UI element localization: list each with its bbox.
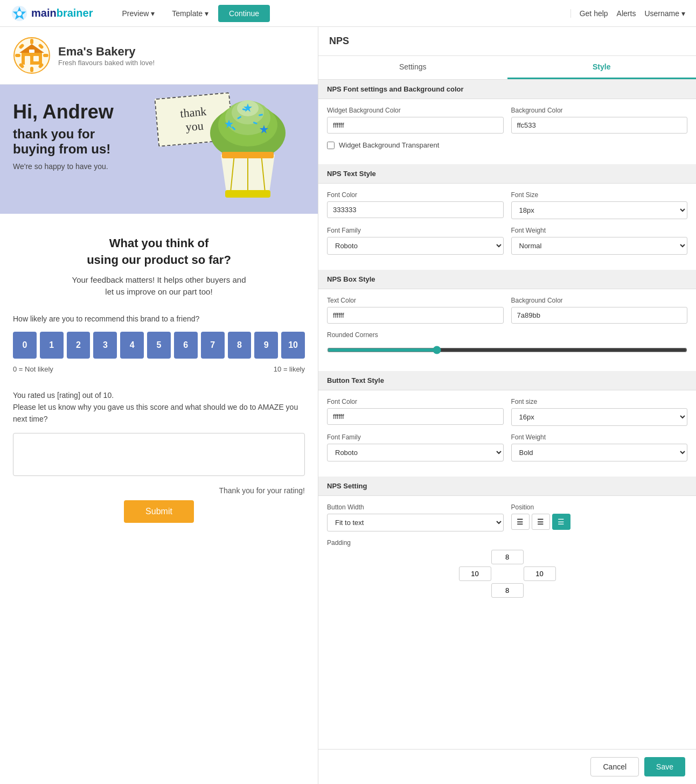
nps-feedback-text: You rated us [rating] out of 10. Please … bbox=[13, 389, 305, 425]
btn-font-weight-label: Font Weight bbox=[511, 433, 688, 441]
btn-font-color-input[interactable] bbox=[327, 408, 504, 425]
btn-font-size-select[interactable]: 12px 14px 16px 18px bbox=[511, 408, 688, 426]
chevron-down-icon: ▾ bbox=[205, 9, 208, 18]
tab-settings[interactable]: Settings bbox=[318, 56, 507, 79]
text-font-family-select[interactable]: Roboto Arial Georgia bbox=[327, 237, 504, 255]
text-font-size-group: Font Size 12px 14px 16px 18px 20px bbox=[511, 191, 688, 219]
transparent-checkbox[interactable] bbox=[327, 142, 335, 149]
box-text-color-group: Text Color bbox=[327, 297, 504, 324]
cancel-button[interactable]: Cancel bbox=[590, 757, 639, 776]
padding-left-input[interactable] bbox=[459, 566, 491, 581]
position-label: Position bbox=[511, 503, 688, 511]
box-style-header: NPS Box Style bbox=[318, 270, 696, 289]
padding-right-input[interactable] bbox=[524, 566, 556, 581]
position-right-btn[interactable]: ☰ bbox=[552, 514, 570, 530]
widget-bg-group: Widget Background Color bbox=[327, 107, 504, 134]
box-style-body: Text Color Background Color Rounded Corn… bbox=[318, 289, 696, 371]
text-style-header: NPS Text Style bbox=[318, 164, 696, 184]
rounded-corners-slider[interactable] bbox=[327, 346, 687, 354]
btn-font-family-select[interactable]: Roboto Arial bbox=[327, 444, 504, 461]
rounded-corners-group: Rounded Corners bbox=[327, 331, 687, 363]
box-text-color-input[interactable] bbox=[327, 307, 504, 324]
bakery-logo-icon bbox=[13, 37, 51, 74]
svg-rect-13 bbox=[25, 56, 30, 65]
continue-button[interactable]: Continue bbox=[218, 5, 270, 22]
btn-width-select[interactable]: Fit to text Fixed Full width bbox=[327, 514, 504, 531]
chevron-down-icon: ▾ bbox=[151, 9, 155, 18]
widget-bg-label: Widget Background Color bbox=[327, 107, 504, 114]
nps-btn-1[interactable]: 1 bbox=[40, 332, 64, 359]
nps-survey-section: What you think ofusing our product so fa… bbox=[0, 214, 318, 539]
nps-btn-0[interactable]: 0 bbox=[13, 332, 37, 359]
username-menu[interactable]: Username ▾ bbox=[644, 9, 685, 18]
svg-rect-14 bbox=[33, 56, 39, 61]
box-text-color-label: Text Color bbox=[327, 297, 504, 304]
save-button[interactable]: Save bbox=[644, 757, 685, 776]
get-help-link[interactable]: Get help bbox=[580, 9, 608, 18]
style-settings-panel: NPS Font settings and Background color W… bbox=[318, 80, 696, 749]
thank-you-section: Hi, Andrew thank you for buying from us!… bbox=[0, 85, 318, 214]
box-bg-color-label: Background Color bbox=[511, 297, 688, 304]
text-font-weight-select[interactable]: Normal Bold Light bbox=[511, 237, 688, 255]
nps-btn-2[interactable]: 2 bbox=[67, 332, 91, 359]
nps-label-right: 10 = likely bbox=[274, 365, 305, 373]
text-font-family-group: Font Family Roboto Arial Georgia bbox=[327, 227, 504, 255]
nps-labels: 0 = Not likely 10 = likely bbox=[13, 365, 305, 373]
nps-btn-9[interactable]: 9 bbox=[254, 332, 278, 359]
nps-btn-7[interactable]: 7 bbox=[201, 332, 225, 359]
btn-width-group: Button Width Fit to text Fixed Full widt… bbox=[327, 503, 504, 531]
text-style-row1: Font Color Font Size 12px 14px 16px 18px… bbox=[327, 191, 687, 219]
svg-rect-16 bbox=[29, 50, 34, 53]
btn-font-family-group: Font Family Roboto Arial bbox=[327, 433, 504, 461]
widget-bg-input[interactable] bbox=[327, 117, 504, 134]
padding-sides-row bbox=[459, 566, 556, 581]
padding-top-input[interactable] bbox=[491, 550, 524, 564]
btn-font-weight-select[interactable]: Normal Bold bbox=[511, 444, 688, 461]
nps-btn-4[interactable]: 4 bbox=[120, 332, 144, 359]
nps-question-text: How likely are you to recommend this bra… bbox=[13, 314, 305, 323]
nps-btn-10[interactable]: 10 bbox=[281, 332, 305, 359]
svg-rect-4 bbox=[30, 39, 33, 44]
nps-btn-5[interactable]: 5 bbox=[147, 332, 171, 359]
rounded-corners-slider-container bbox=[327, 341, 687, 363]
text-font-color-input[interactable] bbox=[327, 201, 504, 218]
svg-rect-6 bbox=[15, 54, 20, 57]
logo[interactable]: mainbrainer bbox=[11, 5, 93, 22]
transparent-label: Widget Background Transparent bbox=[339, 141, 439, 149]
nav-preview[interactable]: Preview ▾ bbox=[115, 6, 163, 21]
nav-template[interactable]: Template ▾ bbox=[164, 6, 216, 21]
cupcake-image bbox=[194, 85, 312, 214]
padding-bottom-row bbox=[491, 583, 524, 598]
widget-bg-row: Widget Background Color Background Color bbox=[327, 107, 687, 134]
btn-font-color-label: Font Color bbox=[327, 398, 504, 405]
text-font-family-label: Font Family bbox=[327, 227, 504, 234]
submit-button[interactable]: Submit bbox=[124, 500, 194, 523]
text-font-weight-group: Font Weight Normal Bold Light bbox=[511, 227, 688, 255]
box-bg-color-input[interactable] bbox=[511, 307, 688, 324]
svg-rect-7 bbox=[43, 54, 48, 57]
text-style-body: Font Color Font Size 12px 14px 16px 18px… bbox=[318, 184, 696, 270]
svg-rect-5 bbox=[30, 67, 33, 72]
nps-feedback-input[interactable] bbox=[13, 433, 305, 476]
right-panel: NPS Settings Style NPS Font settings and… bbox=[318, 27, 696, 784]
position-center-btn[interactable]: ☰ bbox=[532, 514, 550, 530]
bg-color-input[interactable] bbox=[511, 117, 688, 134]
tab-style[interactable]: Style bbox=[507, 56, 697, 79]
nps-buttons-row: 0 1 2 3 4 5 6 7 8 9 10 bbox=[13, 332, 305, 359]
nps-btn-6[interactable]: 6 bbox=[174, 332, 198, 359]
rounded-corners-label: Rounded Corners bbox=[327, 331, 687, 339]
nav-right: Get help Alerts Username ▾ bbox=[570, 9, 685, 18]
bakery-header: Ema's Bakery Fresh flavours baked with l… bbox=[0, 27, 318, 85]
alerts-link[interactable]: Alerts bbox=[617, 9, 636, 18]
nav-links: Preview ▾ Template ▾ Continue bbox=[115, 5, 560, 22]
transparent-checkbox-row: Widget Background Transparent bbox=[327, 141, 687, 149]
padding-bottom-input[interactable] bbox=[491, 583, 524, 598]
position-left-btn[interactable]: ☰ bbox=[511, 514, 530, 530]
btn-text-row2: Font Family Roboto Arial Font Weight Nor… bbox=[327, 433, 687, 461]
nps-btn-8[interactable]: 8 bbox=[228, 332, 252, 359]
nps-btn-3[interactable]: 3 bbox=[93, 332, 117, 359]
btn-font-size-label: Font size bbox=[511, 398, 688, 405]
text-font-size-label: Font Size bbox=[511, 191, 688, 199]
main-layout: Ema's Bakery Fresh flavours baked with l… bbox=[0, 27, 696, 784]
text-font-size-select[interactable]: 12px 14px 16px 18px 20px bbox=[511, 201, 688, 219]
